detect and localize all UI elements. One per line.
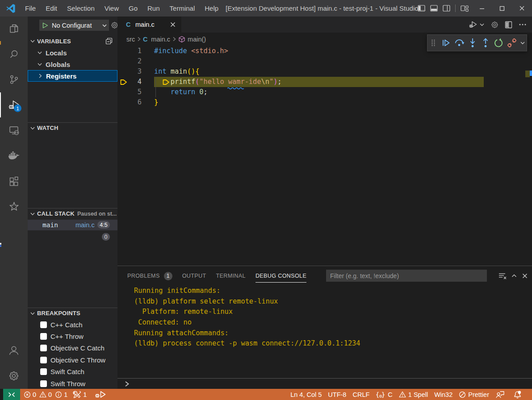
clear-console-icon[interactable]: [498, 272, 507, 279]
checkbox[interactable]: [40, 357, 47, 363]
debug-continue-icon[interactable]: [439, 38, 452, 48]
gripper-icon[interactable]: [427, 38, 439, 48]
panel-tab-output[interactable]: OUTPUT: [182, 266, 206, 286]
debug-restart-icon[interactable]: [492, 38, 505, 48]
symbol-module-icon: [178, 36, 185, 43]
breadcrumb-main-fn[interactable]: main(): [178, 36, 206, 43]
split-editor-icon[interactable]: [505, 21, 512, 29]
activity-extensions[interactable]: [0, 170, 28, 193]
layout-customize-icon[interactable]: [461, 4, 469, 12]
activity-search[interactable]: [0, 42, 28, 66]
variables-scope-locals[interactable]: Locals: [28, 47, 117, 58]
chevron-down-icon[interactable]: [479, 22, 485, 27]
edge-artifact: [0, 245, 1, 247]
breakpoint-objective-c-throw[interactable]: Objective C Throw: [28, 354, 117, 366]
activity-remote-explorer[interactable]: [0, 119, 28, 142]
statusbar-notifications[interactable]: [513, 389, 524, 400]
statusbar-left: 0011: [24, 389, 108, 400]
breakpoint-swift-catch[interactable]: Swift Catch: [28, 366, 117, 378]
debug-disconnect-icon[interactable]: [505, 38, 519, 48]
menu-file[interactable]: File: [20, 0, 41, 17]
breakpoint-objective-c-catch[interactable]: Objective C Catch: [28, 342, 117, 354]
breakpoint-swift-throw[interactable]: Swift Throw: [28, 378, 117, 389]
panel-tab-debug-console[interactable]: DEBUG CONSOLE: [256, 266, 306, 286]
breakpoint-c-throw[interactable]: C++ Throw: [28, 330, 117, 342]
tab-close-icon[interactable]: [169, 21, 177, 29]
debug-step-into-icon[interactable]: [466, 38, 479, 48]
variables-section-header[interactable]: VARIABLES: [28, 36, 117, 46]
menu-view[interactable]: View: [100, 0, 124, 17]
checkbox[interactable]: [40, 380, 47, 387]
layout-panel-icon[interactable]: [430, 4, 438, 12]
chevron-down-icon: [29, 38, 36, 44]
close-icon[interactable]: [512, 0, 532, 17]
activity-settings[interactable]: [0, 364, 28, 388]
activity-accounts[interactable]: [0, 339, 28, 362]
editor-actions: [469, 17, 527, 33]
console-filter-input[interactable]: Filter (e.g. text, !exclude): [326, 270, 487, 282]
statusbar-prettier[interactable]: Prettier: [459, 389, 489, 400]
menu-help[interactable]: Help: [200, 0, 223, 17]
statusbar-problems[interactable]: 001: [24, 389, 71, 400]
statusbar-tools[interactable]: 1: [73, 389, 90, 400]
watch-section-header[interactable]: WATCH: [28, 122, 117, 133]
minimize-icon[interactable]: [472, 0, 492, 17]
panel-tab-terminal[interactable]: TERMINAL: [216, 266, 245, 286]
menu-go[interactable]: Go: [124, 0, 142, 17]
statusbar-encoding[interactable]: UTF-8: [328, 389, 346, 400]
callstack-thread-row[interactable]: 0: [28, 232, 117, 243]
breadcrumb-src[interactable]: src: [126, 36, 135, 43]
debug-config-dropdown[interactable]: No Configurat: [39, 20, 109, 31]
activity-docker[interactable]: [0, 144, 28, 167]
collapse-all-icon[interactable]: [105, 38, 113, 45]
activity-star[interactable]: [0, 195, 28, 218]
chevron-down-icon: [37, 61, 43, 67]
menu-run[interactable]: Run: [142, 0, 165, 17]
variables-scope-globals[interactable]: Globals: [28, 58, 117, 70]
more-actions-icon[interactable]: [519, 21, 527, 29]
debug-step-out-icon[interactable]: [479, 38, 492, 48]
statusbar-platform[interactable]: Win32: [434, 389, 452, 400]
warning-icon: [39, 391, 46, 398]
debug-start-icon[interactable]: [42, 22, 48, 29]
tab-main-c[interactable]: C main.c: [117, 17, 181, 33]
layout-sidebar-right-icon[interactable]: [443, 4, 450, 12]
breadcrumb-main-c[interactable]: C main.c: [143, 36, 170, 43]
checkbox[interactable]: [40, 368, 47, 375]
maximize-icon[interactable]: [492, 0, 512, 17]
statusbar-eol[interactable]: CRLF: [352, 389, 369, 400]
activity-explorer[interactable]: [0, 17, 28, 40]
activity-source-control[interactable]: [0, 68, 28, 91]
variables-scope-registers[interactable]: Registers: [28, 70, 117, 82]
chevron-up-icon[interactable]: [511, 273, 517, 279]
layout-sidebar-left-icon[interactable]: [418, 4, 425, 12]
run-or-debug-icon[interactable]: [469, 20, 478, 29]
callstack-section-header[interactable]: CALL STACK Paused on st...: [28, 208, 117, 219]
menu-terminal[interactable]: Terminal: [165, 0, 200, 17]
braces-icon: {}: [376, 391, 385, 398]
chevron-down-icon[interactable]: [519, 40, 527, 46]
statusbar-spell-checker[interactable]: 1 Spell: [399, 389, 428, 400]
panel-tab-problems[interactable]: PROBLEMS1: [127, 266, 172, 286]
code-editor[interactable]: #include <stdio.h>int main(){ printf("he…: [117, 46, 532, 266]
menu-selection[interactable]: Selection: [62, 0, 100, 17]
callstack-frame-row[interactable]: main main.c 4:5: [28, 220, 117, 230]
remote-indicator[interactable]: [3, 389, 20, 400]
statusbar-debug[interactable]: [95, 389, 108, 400]
debug-step-over-icon[interactable]: [452, 38, 466, 48]
debug-settings-gear-icon[interactable]: [111, 21, 117, 29]
breakpoint-c-catch[interactable]: C++ Catch: [28, 319, 117, 330]
repl-prompt-icon[interactable]: [124, 380, 130, 388]
checkbox[interactable]: [40, 321, 47, 328]
checkbox[interactable]: [40, 333, 47, 340]
statusbar-cursor-position[interactable]: Ln 4, Col 5: [290, 389, 322, 400]
breakpoints-section-header[interactable]: BREAKPOINTS: [28, 308, 117, 318]
menu-edit[interactable]: Edit: [41, 0, 62, 17]
statusbar-language-mode[interactable]: {}C: [376, 389, 392, 400]
callstack-title: CALL STACK: [37, 210, 75, 217]
activity-run-and-debug[interactable]: [0, 93, 28, 117]
panel-close-icon[interactable]: [522, 273, 528, 279]
statusbar-feedback[interactable]: [495, 389, 507, 400]
settings-gear-icon[interactable]: [491, 21, 498, 29]
checkbox[interactable]: [40, 345, 47, 351]
